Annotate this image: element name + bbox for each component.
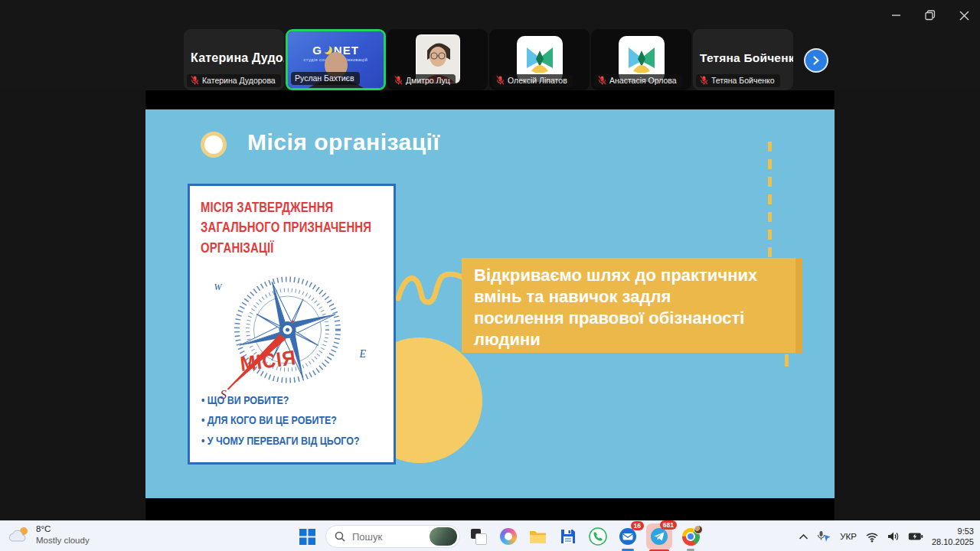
- mission-callout-box: Відкриваємо шлях до практичних вмінь та …: [462, 258, 802, 353]
- title-bullet-dot: [201, 132, 227, 158]
- chrome-profile-avatar: [694, 525, 703, 534]
- list-item: ЩО ВИ РОБИТЕ?: [201, 390, 404, 411]
- participant-tile[interactable]: Анастасія Орлова: [591, 29, 691, 90]
- butterfly-logo-icon: [524, 44, 555, 74]
- squiggle-line: [392, 261, 469, 308]
- volume-icon[interactable]: [887, 531, 900, 542]
- mail-icon: [619, 527, 637, 546]
- taskbar: 8°C Mostly cloudy: [0, 520, 980, 551]
- floppy-disk-icon: [560, 528, 577, 545]
- task-view-icon: [471, 529, 487, 545]
- weather-condition: Mostly cloudy: [36, 535, 90, 546]
- telegram-icon: [650, 527, 668, 546]
- participant-nameplate: Тетяна Бойченко: [696, 74, 780, 87]
- window-controls: [888, 8, 972, 23]
- notification-badge: 16: [631, 521, 644, 530]
- windows-icon: [299, 529, 315, 545]
- dashed-line-segment: [785, 354, 789, 367]
- weather-icon: [8, 526, 31, 544]
- presentation-slide: Місія організації Відкриваємо шлях до пр…: [145, 109, 835, 498]
- whatsapp-button[interactable]: [586, 524, 609, 549]
- participant-tile[interactable]: Тетяна Бойченко Тетяна Бойченко: [693, 29, 793, 90]
- mic-muted-icon: [191, 76, 199, 85]
- mic-muted-icon: [598, 76, 606, 85]
- compass-east-label: E: [359, 348, 367, 360]
- participant-display-name: Катерина Дудо...: [191, 51, 284, 65]
- close-button[interactable]: [956, 8, 972, 23]
- copilot-button[interactable]: [497, 524, 520, 549]
- start-button[interactable]: [296, 524, 318, 549]
- tray-date: 28.10.2025: [932, 536, 974, 547]
- dashed-vertical-line: [768, 142, 772, 258]
- participant-name-label: Катерина Дудорова: [202, 76, 276, 85]
- minimize-button[interactable]: [888, 8, 905, 23]
- participant-tile-active-speaker[interactable]: G NET студія соціальних інновацій Руслан…: [286, 29, 386, 90]
- mic-muted-icon: [496, 76, 505, 85]
- participant-name-label: Тетяна Бойченко: [711, 76, 775, 85]
- battery-icon[interactable]: [908, 532, 923, 541]
- participant-name-label: Руслан Бахтиєв: [295, 73, 354, 83]
- mic-muted-icon: [700, 76, 708, 85]
- butterfly-logo-icon: [626, 44, 657, 74]
- participant-nameplate: Олексій Ліпатов: [492, 74, 573, 87]
- tray-time: 9:53: [932, 526, 974, 536]
- participant-name-label: Анастасія Орлова: [609, 76, 677, 85]
- compass-image: E S W: [210, 269, 374, 410]
- participant-nameplate: Руслан Бахтиєв: [291, 72, 360, 85]
- search-icon: [335, 531, 345, 542]
- participant-tile[interactable]: Катерина Дудо... Катерина Дудорова: [184, 29, 284, 90]
- tray-overflow-chevron[interactable]: [799, 533, 808, 540]
- copilot-icon: [500, 528, 517, 545]
- meeting-window: Катерина Дудо... Катерина Дудорова G NET…: [0, 0, 980, 551]
- taskbar-center: 16 681: [296, 524, 702, 549]
- chrome-button[interactable]: [679, 524, 702, 549]
- compass-west-label: W: [214, 282, 223, 292]
- participant-tile[interactable]: Дмитро Луц: [387, 29, 488, 90]
- participant-nameplate: Катерина Дудорова: [187, 74, 281, 87]
- taskbar-search[interactable]: [325, 525, 460, 548]
- weather-widget[interactable]: 8°C Mostly cloudy: [8, 523, 90, 546]
- chevron-right-icon: [812, 56, 820, 65]
- mic-and-location-indicator[interactable]: [817, 530, 831, 543]
- list-item: ДЛЯ КОГО ВИ ЦЕ РОБИТЕ?: [201, 410, 404, 431]
- file-explorer-button[interactable]: [527, 524, 550, 549]
- participant-nameplate: Дмитро Луц: [390, 74, 456, 87]
- list-item: У ЧОМУ ПЕРЕВАГИ ВІД ЦЬОГО?: [201, 431, 404, 452]
- whatsapp-icon: [589, 527, 607, 546]
- next-participants-button[interactable]: [804, 48, 828, 73]
- clock[interactable]: 9:53 28.10.2025: [932, 526, 974, 548]
- participant-tile[interactable]: Олексій Ліпатов: [489, 29, 590, 90]
- search-highlight-thumbnail[interactable]: [430, 527, 457, 546]
- participant-name-label: Олексій Ліпатов: [508, 76, 567, 85]
- participant-nameplate: Анастасія Орлова: [594, 74, 682, 87]
- mail-button[interactable]: 16: [616, 524, 639, 549]
- mic-muted-icon: [394, 76, 403, 85]
- participant-display-name: Тетяна Бойченко: [700, 51, 793, 65]
- participant-name-label: Дмитро Луц: [406, 76, 450, 85]
- task-view-button[interactable]: [467, 524, 490, 549]
- slide-title: Місія організації: [247, 129, 439, 155]
- card-heading: МІСІЯ ЗАТВЕРДЖЕННЯ ЗАГАЛЬНОГО ПРИЗНАЧЕНН…: [201, 197, 405, 258]
- save-app-button[interactable]: [557, 524, 580, 549]
- wifi-icon[interactable]: [865, 531, 879, 543]
- chrome-icon: [682, 528, 700, 546]
- mission-card: МІСІЯ ЗАТВЕРДЖЕННЯ ЗАГАЛЬНОГО ПРИЗНАЧЕНН…: [188, 184, 396, 465]
- search-input[interactable]: [351, 530, 424, 543]
- restore-button[interactable]: [922, 8, 939, 23]
- mission-questions-list: ЩО ВИ РОБИТЕ? ДЛЯ КОГО ВИ ЦЕ РОБИТЕ? У Ч…: [201, 390, 404, 452]
- language-indicator[interactable]: УКР: [840, 532, 857, 541]
- notification-badge: 681: [660, 520, 677, 530]
- telegram-button[interactable]: 681: [646, 523, 672, 549]
- filmstrip-bar: Катерина Дудо... Катерина Дудорова G NET…: [0, 0, 980, 90]
- weather-temperature: 8°C: [36, 523, 90, 535]
- folder-icon: [529, 529, 547, 544]
- system-tray: УКР 9:53: [799, 521, 974, 551]
